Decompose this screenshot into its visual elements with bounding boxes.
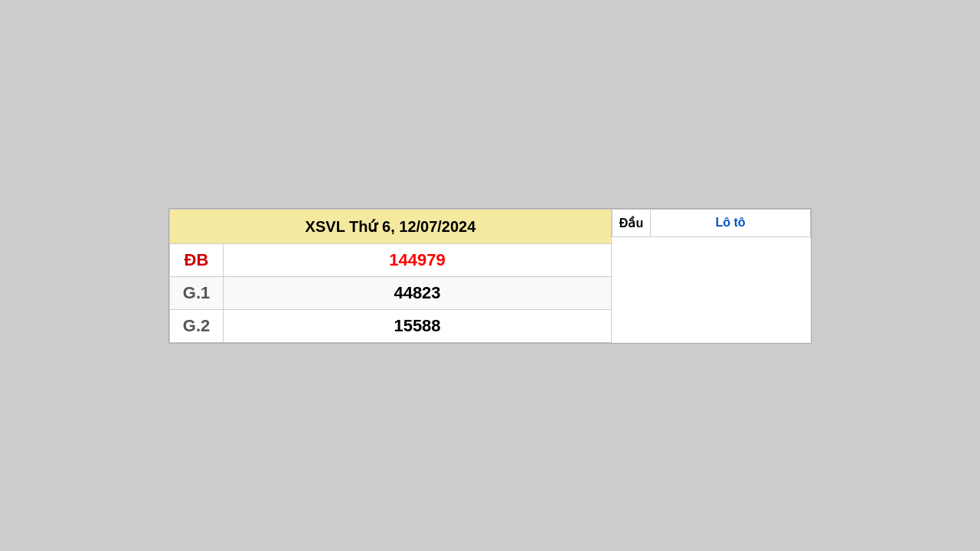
prize-label-g1: G.1	[170, 276, 224, 309]
loto-header-row: Đầu Lô tô	[612, 209, 811, 236]
loto-table: Đầu Lô tô	[612, 209, 811, 343]
table-row: G.144823	[170, 276, 612, 309]
prize-value-g1: 44823	[224, 276, 612, 309]
prize-value-db: 144979	[224, 243, 612, 276]
dau-header: Đầu	[612, 209, 651, 236]
table-title: XSVL Thứ 6, 12/07/2024	[170, 209, 612, 243]
lottery-result-container: XSVL Thứ 6, 12/07/2024 ĐB144979G.144823G…	[168, 208, 812, 344]
table-header-row: XSVL Thứ 6, 12/07/2024	[170, 209, 612, 243]
prize-label-g2: G.2	[170, 309, 224, 342]
main-results-table: XSVL Thứ 6, 12/07/2024 ĐB144979G.144823G…	[169, 209, 612, 343]
table-row: G.215588	[170, 309, 612, 342]
prize-value-g2: 15588	[224, 309, 612, 342]
table-row: ĐB144979	[170, 243, 612, 276]
loto-col-header: Lô tô	[651, 209, 811, 236]
prize-label-db: ĐB	[170, 243, 224, 276]
